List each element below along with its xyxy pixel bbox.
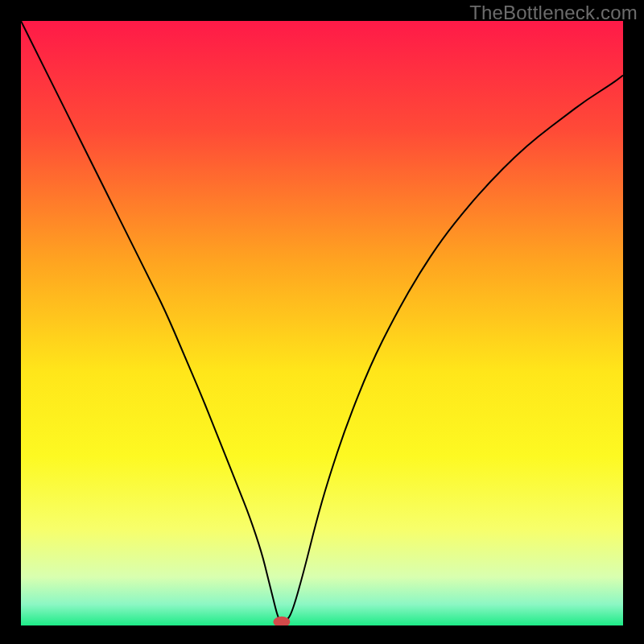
chart-svg (21, 21, 623, 625)
outer-frame: TheBottleneck.com (0, 0, 644, 644)
gradient-background (21, 21, 623, 625)
chart-plot-area (21, 21, 623, 625)
